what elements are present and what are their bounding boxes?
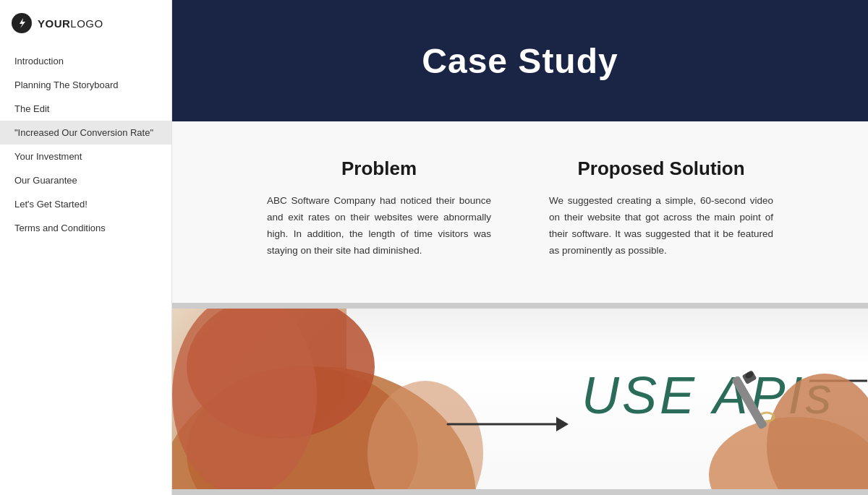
sidebar-item-started[interactable]: Let's Get Started! bbox=[0, 192, 171, 216]
hero-header: Case Study bbox=[172, 0, 868, 121]
svg-marker-0 bbox=[20, 18, 25, 28]
main-content: Case Study Problem ABC Software Company … bbox=[172, 0, 868, 495]
solution-title: Proposed Solution bbox=[549, 158, 773, 180]
sidebar: YOURLOGO Introduction Planning The Story… bbox=[0, 0, 172, 495]
problem-column: Problem ABC Software Company had noticed… bbox=[267, 158, 491, 259]
problem-body: ABC Software Company had noticed their b… bbox=[267, 193, 491, 259]
sidebar-item-edit[interactable]: The Edit bbox=[0, 97, 171, 121]
sidebar-item-terms[interactable]: Terms and Conditions bbox=[0, 216, 171, 240]
logo-area: YOURLOGO bbox=[0, 0, 171, 46]
brand-logo-text: YOURLOGO bbox=[38, 17, 103, 30]
sidebar-item-introduction[interactable]: Introduction bbox=[0, 49, 171, 73]
solution-column: Proposed Solution We suggested creating … bbox=[549, 158, 773, 259]
svg-point-11 bbox=[767, 374, 868, 489]
page-title: Case Study bbox=[422, 41, 618, 81]
content-section: Problem ABC Software Company had noticed… bbox=[172, 121, 868, 303]
sidebar-item-conversion[interactable]: "Increased Our Conversion Rate" bbox=[0, 121, 171, 145]
hand-svg bbox=[680, 330, 868, 489]
sidebar-item-investment[interactable]: Your Investment bbox=[0, 145, 171, 168]
hand-marker-area bbox=[680, 330, 868, 489]
svg-rect-13 bbox=[731, 375, 767, 429]
svg-marker-7 bbox=[556, 417, 569, 431]
problem-title: Problem bbox=[267, 158, 491, 180]
sidebar-item-planning[interactable]: Planning The Storyboard bbox=[0, 73, 171, 97]
sidebar-item-guarantee[interactable]: Our Guarantee bbox=[0, 168, 171, 192]
whiteboard-scene: USE APIs bbox=[172, 309, 868, 489]
solution-body: We suggested creating a simple, 60-secon… bbox=[549, 193, 773, 259]
whiteboard-image-section: USE APIs bbox=[172, 303, 868, 495]
bolt-icon bbox=[12, 13, 32, 33]
nav-list: Introduction Planning The Storyboard The… bbox=[0, 46, 171, 243]
